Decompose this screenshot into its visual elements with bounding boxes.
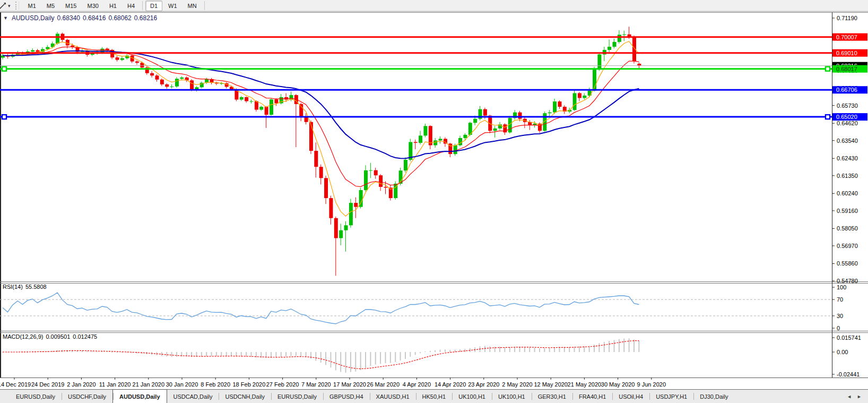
tab-usdchf-daily[interactable]: USDCHF,Daily [62, 390, 112, 403]
tab-gbpusd-h4[interactable]: GBPUSD,H4 [323, 390, 370, 403]
timeframe-button-m15[interactable]: M15 [60, 1, 81, 11]
macd-value-signal: 0.012475 [73, 333, 97, 340]
date-label: 23 Apr 2020 [468, 381, 499, 388]
toolbar-separator [142, 1, 143, 10]
ohlc-close: 0.68216 [134, 14, 157, 22]
tab-ger30-h1[interactable]: GER30,H1 [532, 390, 572, 403]
svg-text:0.62430: 0.62430 [837, 155, 858, 161]
svg-text:100: 100 [837, 284, 846, 290]
tab-eurusd-daily[interactable]: EURUSD,Daily [10, 390, 62, 403]
svg-text:0.66706: 0.66706 [836, 87, 857, 93]
svg-text:0.65730: 0.65730 [837, 102, 858, 109]
tab-scroll-arrows: ◄ ► [840, 390, 868, 403]
tab-usdjpy-h1[interactable]: USDJPY,H1 [649, 390, 693, 403]
tabs-scroll-right-icon[interactable]: ► [857, 394, 862, 399]
tab-uk100-h1[interactable]: UK100,H1 [492, 390, 532, 403]
svg-text:0.55860: 0.55860 [837, 260, 858, 267]
svg-text:0.68017: 0.68017 [836, 66, 857, 72]
tab-usdcad-daily[interactable]: USDCAD,Daily [167, 390, 219, 403]
tab-list: EURUSD,DailyUSDCHF,DailyAUDUSD,DailyUSDC… [10, 390, 734, 403]
date-label: 12 May 2020 [534, 381, 568, 388]
svg-text:-0.02441: -0.02441 [837, 371, 860, 378]
svg-text:0.00: 0.00 [837, 349, 848, 355]
svg-text:0.65020: 0.65020 [836, 114, 857, 120]
toolbar-separator [204, 1, 205, 10]
price-chart-canvas[interactable]: 0.711900.700800.689700.679200.668100.657… [0, 12, 868, 389]
timeframe-button-w1[interactable]: W1 [163, 1, 182, 11]
dropdown-caret-icon[interactable]: ▾ [8, 3, 11, 8]
svg-text:70: 70 [837, 296, 843, 303]
line-handle[interactable] [826, 67, 830, 71]
tab-dj30-daily[interactable]: DJ30,Daily [693, 390, 734, 403]
date-label: 7 Mar 2020 [301, 381, 331, 388]
chart-window[interactable]: ▼ AUDUSD,Daily 0.68340 0.68416 0.68062 0… [0, 12, 868, 389]
date-label: 14 Dec 2019 [0, 381, 31, 388]
date-axis: 14 Dec 201924 Dec 20192 Jan 202011 Jan 2… [0, 378, 666, 388]
candles-layer [1, 27, 641, 276]
tab-usoil-h4[interactable]: USOil,H4 [612, 390, 649, 403]
svg-text:0.63540: 0.63540 [837, 138, 858, 144]
timeframe-button-h4[interactable]: H4 [123, 1, 140, 11]
date-label: 11 Jan 2020 [99, 381, 131, 388]
svg-text:0.70007: 0.70007 [836, 34, 857, 40]
timeframe-button-h1[interactable]: H1 [105, 1, 121, 11]
tab-usdcnh-daily[interactable]: USDCNH,Daily [219, 390, 271, 403]
tab-hk50-h1[interactable]: HK50,H1 [416, 390, 453, 403]
date-label: 2 Jan 2020 [67, 381, 96, 388]
date-label: 8 Feb 2020 [201, 381, 230, 388]
date-label: 14 Apr 2020 [435, 381, 466, 388]
horizontal-lines-layer[interactable]: 0.700070.690100.682160.680170.667060.650… [0, 33, 867, 121]
rsi-line [3, 293, 639, 324]
svg-text:0.60240: 0.60240 [837, 190, 858, 196]
macd-histogram [2, 338, 639, 373]
date-label: 21 Jan 2020 [133, 381, 165, 388]
timeframe-button-m1[interactable]: M1 [23, 1, 41, 11]
ohlc-high: 0.68416 [83, 14, 106, 22]
tabs-scroll-left-icon[interactable]: ◄ [847, 394, 852, 399]
svg-text:30: 30 [837, 313, 843, 319]
chart-title-row: ▼ AUDUSD,Daily 0.68340 0.68416 0.68062 0… [3, 14, 157, 22]
rsi-indicator-label: RSI(14) 55.5808 [3, 284, 47, 290]
timeframe-button-group: M1M5M15M30H1H4D1W1MN [23, 1, 207, 11]
rsi-value: 55.5808 [25, 284, 47, 290]
slow-ma-line [3, 51, 639, 159]
ohlc-open: 0.68340 [57, 14, 80, 22]
date-label: 26 Mar 2020 [367, 381, 400, 388]
svg-text:0: 0 [837, 325, 840, 331]
tab-eurusd-daily[interactable]: EURUSD,Daily [271, 390, 323, 403]
tab-fra40-h1[interactable]: FRA40,H1 [572, 390, 612, 403]
chart-symbol-title: AUDUSD,Daily [12, 14, 55, 22]
svg-text:0.69010: 0.69010 [836, 50, 857, 56]
timeframe-button-d1[interactable]: D1 [145, 1, 162, 11]
rsi-name: RSI(14) [3, 284, 23, 290]
svg-text:0.61350: 0.61350 [837, 173, 858, 179]
date-label: 30 May 2020 [601, 381, 635, 388]
line-handle[interactable] [826, 115, 830, 119]
toolbar-grip[interactable] [15, 2, 19, 10]
cursor-line-tool-icon[interactable] [0, 2, 7, 10]
date-label: 2 May 2020 [502, 381, 532, 388]
tab-uk100-h1[interactable]: UK100,H1 [452, 390, 492, 403]
date-label: 30 Jan 2020 [166, 381, 198, 388]
svg-text:0.58050: 0.58050 [837, 225, 858, 231]
tab-audusd-daily[interactable]: AUDUSD,Daily [112, 389, 167, 403]
line-handle[interactable] [2, 115, 6, 119]
svg-text:0.64620: 0.64620 [837, 120, 858, 126]
svg-text:0.71190: 0.71190 [837, 15, 857, 21]
macd-indicator-label: MACD(12,26,9) 0.009501 0.012475 [3, 333, 97, 340]
tab-xauusd-h1[interactable]: XAUUSD,H1 [370, 390, 416, 403]
symbol-tab-bar: EURUSD,DailyUSDCHF,DailyAUDUSD,DailyUSDC… [0, 389, 868, 403]
timeframe-button-m5[interactable]: M5 [42, 1, 59, 11]
chart-menu-marker-icon[interactable]: ▼ [3, 15, 8, 21]
date-label: 27 Feb 2020 [266, 381, 299, 388]
date-label: 18 Feb 2020 [233, 381, 266, 388]
macd-name: MACD(12,26,9) [3, 333, 43, 340]
ohlc-low: 0.68062 [108, 14, 131, 22]
macd-value-main: 0.009501 [46, 333, 70, 340]
pane-frame [0, 12, 868, 378]
date-label: 24 Dec 2019 [31, 381, 64, 388]
timeframe-button-m30[interactable]: M30 [83, 1, 103, 11]
date-label: 9 Jun 2020 [637, 381, 666, 388]
timeframe-button-mn[interactable]: MN [183, 1, 202, 11]
line-handle[interactable] [2, 67, 6, 71]
